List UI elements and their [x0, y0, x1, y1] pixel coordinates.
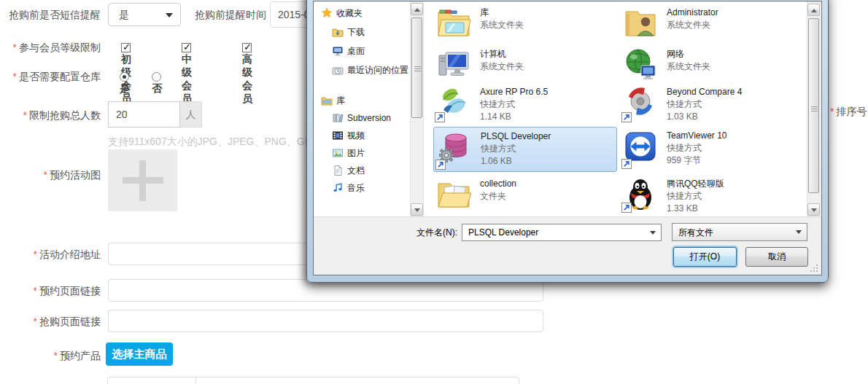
activity-image-label: *预约活动图	[6, 169, 101, 182]
sidebar-item-downloads[interactable]: 下载	[332, 26, 365, 41]
file-type: 快捷方式	[667, 98, 742, 111]
sidebar-item-label: 库	[336, 95, 345, 106]
checkbox-member-senior[interactable]: ✓高级会员	[242, 42, 253, 106]
plus-icon	[139, 160, 146, 201]
video-icon	[332, 130, 344, 141]
file-size: 1.03 KB	[667, 111, 742, 123]
shortcut-arrow-icon	[621, 203, 632, 213]
required-mark: *	[34, 316, 37, 327]
limit-people-unit: 人	[180, 101, 202, 128]
required-mark: *	[13, 42, 17, 53]
sidebar-item-subversion[interactable]: Subversion	[332, 112, 391, 127]
sidebar-item-libraries[interactable]: 库	[321, 95, 345, 109]
sidebar-item-label: 下载	[347, 27, 365, 37]
scroll-down-button[interactable]	[411, 203, 423, 216]
file-item-text: Axure RP Pro 6.5快捷方式1.14 KB	[480, 86, 548, 123]
checkbox-icon[interactable]: ✓	[121, 43, 131, 52]
sidebar-item-desktop[interactable]: 桌面	[332, 45, 365, 60]
checkbox-icon[interactable]: ✓	[182, 43, 191, 52]
rush-link-label: *抢购页面链接	[6, 316, 101, 329]
sidebar-item-favorites[interactable]: 收藏夹	[321, 7, 363, 22]
music-icon	[332, 182, 344, 194]
sidebar-item-videos[interactable]: 视频	[332, 130, 365, 144]
resize-grip-icon[interactable]	[809, 263, 818, 272]
dialog-footer: 文件名(N): PLSQL Developer 所有文件 打开(O) 取消	[314, 216, 821, 275]
document-icon	[332, 165, 344, 176]
scroll-down-button[interactable]	[807, 203, 820, 216]
chevron-down-icon[interactable]	[650, 231, 656, 235]
scrollbar-thumb[interactable]	[411, 17, 422, 118]
file-open-dialog: 收藏夹下载桌面最近访问的位置库Subversion视频图片文档音乐 库系统文件夹…	[306, 0, 829, 283]
file-item-plsql[interactable]: PLSQL Developer快捷方式1.06 KB	[433, 127, 617, 172]
sidebar-item-pictures[interactable]: 图片	[332, 147, 365, 162]
sidebar-scrollbar[interactable]	[410, 1, 424, 216]
sms-reminder-value: 是	[119, 9, 129, 20]
open-button[interactable]: 打开(O)	[673, 247, 737, 267]
file-item-text: collection文件夹	[480, 178, 516, 203]
dialog-content: 收藏夹下载桌面最近访问的位置库Subversion视频图片文档音乐 库系统文件夹…	[313, 1, 822, 275]
file-item-axure[interactable]: Axure RP Pro 6.5快捷方式1.14 KB	[433, 83, 617, 125]
filetype-filter-combobox[interactable]: 所有文件	[672, 223, 807, 241]
filetype-filter-value: 所有文件	[678, 227, 713, 239]
select-main-product-button[interactable]: 选择主商品	[106, 342, 173, 366]
file-item-text: 网络系统文件夹	[667, 48, 710, 73]
shortcut-arrow-icon	[435, 112, 445, 122]
file-name: Administrator	[667, 7, 718, 19]
required-mark: *	[830, 106, 834, 117]
cancel-button[interactable]: 取消	[745, 247, 808, 267]
warehouse-radio-yes[interactable]: 是	[120, 71, 132, 95]
file-name: Axure RP Pro 6.5	[480, 86, 548, 98]
rush-link-input[interactable]	[108, 310, 543, 332]
computer-icon	[436, 47, 471, 82]
file-item-collection[interactable]: collection文件夹	[433, 175, 617, 216]
file-item-administrator[interactable]: Administrator系统文件夹	[620, 4, 804, 44]
file-item-computer[interactable]: 计算机系统文件夹	[433, 45, 617, 85]
triangle-down-icon	[414, 208, 420, 212]
sms-reminder-select[interactable]: 是	[108, 3, 181, 26]
file-item-network[interactable]: 网络系统文件夹	[620, 45, 804, 85]
radio-icon[interactable]	[152, 72, 161, 82]
file-name: 腾讯QQ轻聊版	[667, 178, 724, 190]
required-mark: *	[34, 248, 37, 260]
image-upload-box[interactable]	[108, 149, 177, 211]
libraries-icon	[321, 95, 333, 106]
sidebar-item-documents[interactable]: 文档	[332, 165, 365, 179]
table-column-divider	[195, 377, 196, 384]
filename-combobox[interactable]: PLSQL Developer	[462, 224, 662, 241]
file-name: Beyond Compare 4	[667, 86, 742, 98]
radio-selected-icon[interactable]	[120, 72, 129, 82]
file-list: 库系统文件夹Administrator系统文件夹计算机系统文件夹网络系统文件夹A…	[425, 1, 806, 216]
sidebar-item-label: 图片	[347, 148, 365, 158]
file-name: 计算机	[480, 48, 524, 60]
file-name: 库	[480, 7, 524, 19]
reserve-link-label: *预约页面链接	[6, 285, 101, 298]
file-size: 1.33 KB	[667, 203, 724, 215]
page: 抢购前是否短信提醒 是 抢购前提醒时间 2015-08- *参与会员等级限制 ✓…	[0, 0, 868, 384]
file-size: 1.14 KB	[480, 111, 548, 123]
file-size: 1.06 KB	[481, 155, 551, 168]
chevron-down-icon[interactable]	[796, 230, 802, 234]
file-list-scrollbar[interactable]	[807, 1, 821, 216]
file-item-teamviewer[interactable]: TeamViewer 10快捷方式959 字节	[620, 127, 804, 172]
filename-label: 文件名(N):	[416, 227, 457, 239]
sidebar-item-music[interactable]: 音乐	[332, 182, 365, 197]
scroll-up-button[interactable]	[807, 4, 820, 16]
scroll-up-button[interactable]	[411, 3, 423, 15]
limit-people-input[interactable]: 20	[108, 101, 180, 128]
file-item-qq[interactable]: 腾讯QQ轻聊版快捷方式1.33 KB	[620, 175, 804, 216]
warehouse-radio-no[interactable]: 否	[152, 71, 164, 95]
limit-people-label: *限制抢购总人数	[6, 109, 101, 122]
file-size: 959 字节	[667, 154, 727, 167]
triangle-down-icon	[811, 208, 817, 212]
scrollbar-thumb[interactable]	[808, 18, 819, 193]
file-item-beyond-compare[interactable]: Beyond Compare 4快捷方式1.03 KB	[620, 83, 804, 125]
sidebar-item-label: 音乐	[347, 183, 365, 193]
file-item-libraries[interactable]: 库系统文件夹	[433, 4, 617, 44]
remind-time-label: 抢购前提醒时间	[190, 9, 266, 22]
checkbox-member-middle[interactable]: ✓中级会员	[182, 42, 193, 106]
checkbox-icon[interactable]: ✓	[242, 43, 252, 52]
product-label: *预约产品	[6, 350, 101, 363]
image-hint: 支持911x607大小的JPG、JPEG、PNG、GIF格式	[108, 136, 334, 149]
sidebar-item-recent-places[interactable]: 最近访问的位置	[332, 64, 408, 79]
file-item-text: Beyond Compare 4快捷方式1.03 KB	[667, 86, 742, 123]
